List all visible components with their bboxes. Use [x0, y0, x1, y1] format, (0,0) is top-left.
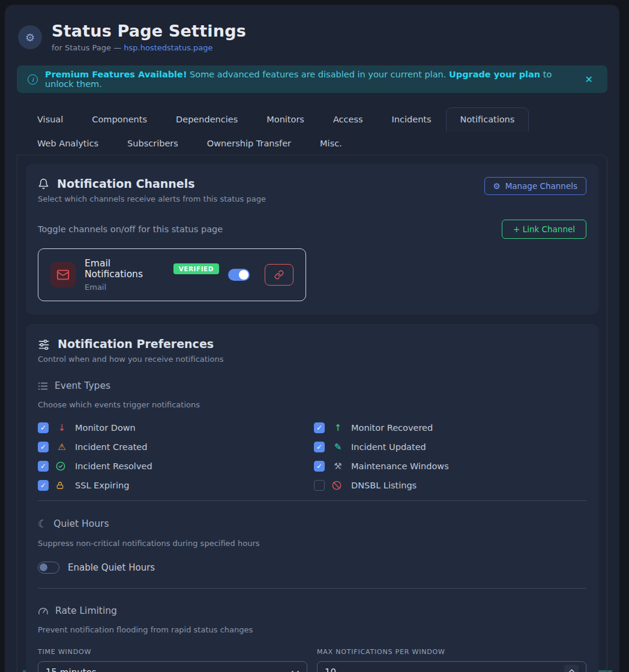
tab-access[interactable]: Access — [319, 107, 378, 131]
channels-subtitle: Select which channels receive alerts fro… — [38, 194, 266, 203]
event-label: SSL Expiring — [75, 481, 129, 490]
settings-tabs: Visual Components Dependencies Monitors … — [17, 107, 607, 155]
close-icon[interactable]: ✕ — [582, 71, 597, 88]
event-label: Monitor Down — [75, 423, 136, 433]
premium-banner-title: Premium Features Available! — [45, 70, 187, 79]
arrow-up-icon: ↑ — [332, 422, 344, 433]
tab-ownership-transfer[interactable]: Ownership Transfer — [193, 131, 305, 155]
event-dnsbl-listings: DNSBL Listings — [314, 479, 586, 491]
ssl-expiring-checkbox[interactable] — [38, 480, 49, 491]
event-types-header: Event Types — [38, 380, 586, 391]
quiet-hours-header: ☾ Quiet Hours — [38, 518, 586, 530]
verified-badge: VERIFIED — [173, 263, 219, 274]
max-notifications-input[interactable]: 10 — [317, 661, 586, 672]
tab-components[interactable]: Components — [77, 107, 161, 131]
tab-subscribers[interactable]: Subscribers — [113, 131, 193, 155]
quiet-hours-title: Quiet Hours — [53, 518, 109, 529]
ban-icon — [332, 481, 344, 490]
link-channel-button[interactable]: + Link Channel — [502, 220, 586, 239]
manage-channels-button[interactable]: ⚙ Manage Channels — [484, 177, 586, 195]
incident-created-checkbox[interactable] — [38, 442, 49, 452]
envelope-icon — [50, 262, 76, 287]
unlink-channel-button[interactable] — [265, 264, 293, 286]
event-maintenance-windows: ⚒ Maintenance Windows — [314, 460, 586, 472]
notifications-panel: Notification Channels Select which chann… — [17, 155, 607, 672]
page-title: Status Page Settings — [52, 22, 246, 40]
tab-misc[interactable]: Misc. — [305, 131, 357, 155]
link-icon — [274, 270, 284, 280]
tab-visual[interactable]: Visual — [23, 107, 77, 131]
tab-web-analytics[interactable]: Web Analytics — [23, 131, 113, 155]
list-icon — [38, 382, 48, 391]
chevron-down-icon — [291, 670, 299, 672]
divider — [38, 588, 586, 589]
event-monitor-down: ↓ Monitor Down — [38, 422, 314, 433]
arrow-down-icon: ↓ — [56, 422, 68, 433]
max-notifications-value: 10 — [325, 667, 564, 672]
page-subtitle-text: for Status Page — — [52, 43, 124, 52]
event-label: Maintenance Windows — [351, 461, 449, 471]
event-ssl-expiring: SSL Expiring — [38, 479, 314, 491]
notification-channels-card: Notification Channels Select which chann… — [26, 164, 598, 314]
settings-page: ⚙ Status Page Settings for Status Page —… — [5, 5, 619, 672]
monitor-recovered-checkbox[interactable] — [314, 422, 325, 433]
gear-icon: ⚙ — [18, 25, 42, 49]
toggle-hint: Toggle channels on/off for this status p… — [38, 224, 223, 234]
event-label: DNSBL Listings — [351, 481, 417, 490]
event-types-title: Event Types — [55, 380, 110, 391]
rate-limiting-form: TIME WINDOW 15 minutes MAX NOTIFICATIONS… — [38, 648, 586, 672]
gauge-icon — [38, 606, 49, 616]
maintenance-windows-checkbox[interactable] — [314, 461, 325, 472]
rate-limiting-header: Rate Limiting — [38, 605, 586, 616]
sliders-icon — [38, 338, 50, 350]
premium-banner-text: Premium Features Available! Some advance… — [45, 70, 574, 89]
email-channel-toggle[interactable] — [228, 269, 250, 281]
tab-monitors[interactable]: Monitors — [252, 107, 319, 131]
channel-type: Email — [85, 283, 219, 292]
event-types-subtitle: Choose which events trigger notification… — [38, 400, 586, 409]
upgrade-plan-link[interactable]: Upgrade your plan — [449, 70, 540, 79]
channels-title: Notification Channels — [57, 177, 195, 190]
preferences-title: Notification Preferences — [58, 337, 214, 350]
notification-preferences-card: Notification Preferences Control when an… — [26, 324, 598, 672]
time-window-label: TIME WINDOW — [38, 648, 307, 656]
quiet-hours-toggle[interactable] — [38, 562, 59, 574]
time-window-value: 15 minutes — [46, 667, 291, 672]
status-page-link[interactable]: hsp.hostedstatus.page — [124, 43, 212, 52]
manage-channels-label: Manage Channels — [505, 181, 577, 191]
email-channel-card: Email Notifications VERIFIED Email — [38, 248, 306, 301]
moon-icon: ☾ — [38, 518, 47, 530]
warning-icon: ⚠ — [56, 442, 68, 452]
info-icon: i — [28, 74, 38, 85]
quiet-hours-toggle-label: Enable Quiet Hours — [68, 562, 155, 573]
event-incident-updated: ✎ Incident Updated — [314, 441, 586, 452]
divider — [38, 500, 586, 501]
event-label: Incident Resolved — [75, 461, 152, 471]
rate-limiting-title: Rate Limiting — [55, 605, 117, 616]
premium-banner: i Premium Features Available! Some advan… — [17, 65, 607, 93]
number-stepper[interactable] — [564, 665, 579, 672]
incident-updated-checkbox[interactable] — [314, 442, 325, 452]
tab-notifications[interactable]: Notifications — [446, 107, 529, 131]
lock-icon — [56, 481, 68, 490]
event-label: Incident Created — [75, 442, 147, 452]
tab-dependencies[interactable]: Dependencies — [161, 107, 252, 131]
quiet-hours-subtitle: Suppress non-critical notifications duri… — [38, 539, 586, 548]
time-window-select[interactable]: 15 minutes — [38, 661, 307, 672]
event-label: Monitor Recovered — [351, 423, 433, 433]
tab-incidents[interactable]: Incidents — [378, 107, 446, 131]
premium-banner-middle: Some advanced features are disabled in y… — [187, 70, 450, 79]
event-monitor-recovered: ↑ Monitor Recovered — [314, 422, 586, 433]
dnsbl-listings-checkbox[interactable] — [314, 480, 325, 491]
monitor-down-checkbox[interactable] — [38, 422, 49, 433]
rate-limiting-subtitle: Prevent notification flooding from rapid… — [38, 625, 586, 634]
channel-name: Email Notifications — [85, 258, 167, 280]
bell-icon — [38, 178, 49, 190]
event-types-grid: ↓ Monitor Down ↑ Monitor Recovered ⚠ Inc… — [38, 422, 586, 491]
event-incident-created: ⚠ Incident Created — [38, 441, 314, 452]
page-subtitle: for Status Page — hsp.hostedstatus.page — [52, 43, 246, 52]
pencil-icon: ✎ — [332, 442, 344, 452]
preferences-subtitle: Control when and how you receive notific… — [38, 355, 586, 364]
gear-icon: ⚙ — [493, 181, 501, 191]
incident-resolved-checkbox[interactable] — [38, 461, 49, 472]
